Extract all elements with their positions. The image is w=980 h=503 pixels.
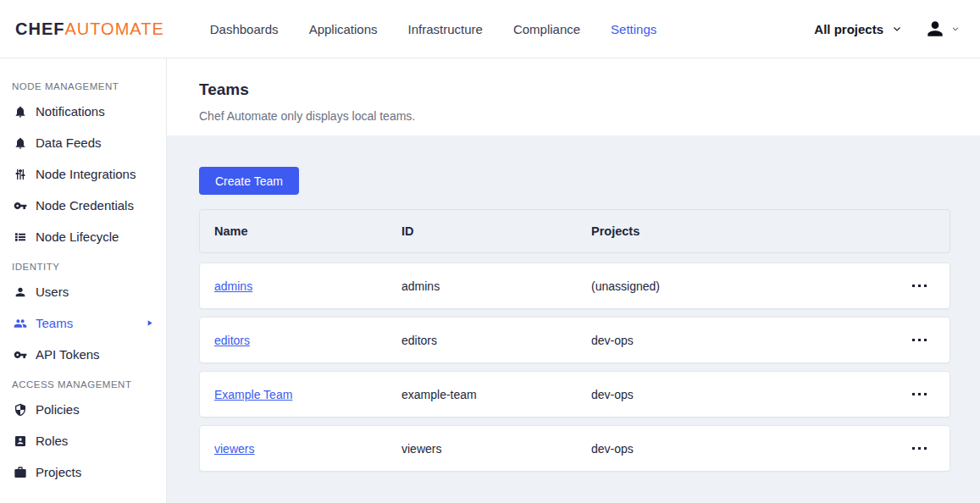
- column-header-id: ID: [401, 224, 591, 238]
- sidebar-item-node-credentials[interactable]: Node Credentials: [0, 190, 166, 221]
- team-projects-cell: dev-ops: [591, 442, 902, 456]
- users-icon: [14, 317, 27, 330]
- teams-table: Name ID Projects admins admins (unassign…: [199, 209, 950, 472]
- team-id-cell: viewers: [401, 442, 591, 456]
- sidebar-item-label: Node Lifecycle: [36, 229, 119, 244]
- sidebar-item-label: API Tokens: [36, 347, 100, 362]
- section-title-identity: IDENTITY: [0, 252, 166, 276]
- badge-icon: [14, 434, 27, 448]
- shield-icon: [14, 403, 27, 417]
- ellipsis-icon: [912, 447, 915, 450]
- nav-compliance[interactable]: Compliance: [513, 22, 580, 36]
- team-name-link[interactable]: editors: [214, 334, 250, 347]
- sidebar-item-label: Teams: [36, 316, 73, 330]
- header-right: All projects: [814, 18, 960, 40]
- key-icon: [14, 348, 27, 362]
- team-projects-cell: dev-ops: [591, 388, 902, 401]
- table-header-row: Name ID Projects: [199, 209, 950, 253]
- sidebar-item-label: Policies: [36, 402, 80, 417]
- ellipsis-icon: [912, 339, 915, 341]
- projects-filter-dropdown[interactable]: All projects: [814, 22, 902, 36]
- sidebar-item-api-tokens[interactable]: API Tokens: [0, 339, 166, 370]
- chevron-down-icon: [951, 25, 960, 33]
- sidebar-item-label: Data Feeds: [36, 135, 102, 150]
- sidebar-item-label: Roles: [36, 434, 68, 448]
- projects-filter-label: All projects: [814, 22, 883, 36]
- sidebar-item-node-integrations[interactable]: Node Integrations: [0, 158, 166, 190]
- section-title-node-management: NODE MANAGEMENT: [0, 72, 166, 96]
- column-header-name: Name: [214, 224, 401, 238]
- sidebar-item-policies[interactable]: Policies: [0, 394, 166, 425]
- nav-settings[interactable]: Settings: [611, 22, 656, 36]
- row-menu-button[interactable]: [902, 436, 936, 462]
- team-name-link[interactable]: admins: [214, 279, 252, 293]
- row-menu-button[interactable]: [902, 274, 936, 299]
- page-header: Teams Chef Automate only displays local …: [167, 58, 980, 135]
- sidebar-item-data-feeds[interactable]: Data Feeds: [0, 127, 166, 158]
- list-icon: [14, 230, 27, 244]
- sliders-icon: [14, 168, 27, 181]
- ellipsis-icon: [912, 393, 915, 395]
- caret-right-icon: [145, 318, 154, 328]
- teams-content: Create Team Name ID Projects admins admi…: [167, 135, 980, 479]
- top-nav-bar: CHEFAUTOMATE Dashboards Applications Inf…: [0, 0, 980, 58]
- team-id-cell: editors: [401, 334, 591, 347]
- page-title: Teams: [199, 80, 980, 99]
- sidebar-item-label: Node Integrations: [36, 167, 136, 181]
- sidebar-item-label: Notifications: [36, 104, 105, 119]
- sidebar-item-node-lifecycle[interactable]: Node Lifecycle: [0, 221, 166, 252]
- team-projects-cell: dev-ops: [591, 334, 902, 347]
- team-name-link[interactable]: Example Team: [214, 388, 292, 401]
- sidebar-item-label: Projects: [36, 465, 81, 479]
- main-nav: Dashboards Applications Infrastructure C…: [210, 22, 657, 36]
- sidebar-item-projects[interactable]: Projects: [0, 456, 166, 488]
- team-id-cell: example-team: [401, 388, 591, 401]
- sidebar-item-roles[interactable]: Roles: [0, 425, 166, 456]
- bell-icon: [14, 105, 27, 119]
- logo-chef-text: CHEF: [15, 19, 64, 38]
- sidebar-item-label: Users: [36, 285, 69, 299]
- table-row: editors editors dev-ops: [199, 317, 950, 363]
- chevron-down-icon: [892, 24, 902, 34]
- create-team-button[interactable]: Create Team: [199, 167, 299, 195]
- team-projects-cell: (unassigned): [591, 279, 902, 293]
- sidebar: NODE MANAGEMENT Notifications Data Feeds…: [0, 58, 167, 503]
- nav-dashboards[interactable]: Dashboards: [210, 22, 279, 36]
- team-name-link[interactable]: viewers: [214, 442, 254, 456]
- nav-applications[interactable]: Applications: [309, 22, 378, 36]
- user-menu[interactable]: [924, 18, 960, 40]
- row-menu-button[interactable]: [902, 382, 936, 407]
- sidebar-section-identity: IDENTITY Users Teams API Tokens: [0, 252, 166, 370]
- sidebar-section-access-management: ACCESS MANAGEMENT Policies Roles Project…: [0, 370, 166, 488]
- main-content: Teams Chef Automate only displays local …: [167, 58, 980, 503]
- page-subtitle: Chef Automate only displays local teams.: [199, 109, 980, 123]
- nav-infrastructure[interactable]: Infrastructure: [408, 22, 483, 36]
- table-row: viewers viewers dev-ops: [199, 425, 950, 472]
- key-icon: [14, 199, 27, 213]
- user-icon: [14, 285, 27, 299]
- sidebar-section-node-management: NODE MANAGEMENT Notifications Data Feeds…: [0, 72, 166, 252]
- bell-icon: [14, 136, 27, 150]
- logo-automate-text: AUTOMATE: [64, 19, 163, 38]
- team-id-cell: admins: [401, 279, 591, 293]
- sidebar-item-notifications[interactable]: Notifications: [0, 96, 166, 127]
- row-menu-button[interactable]: [902, 328, 936, 353]
- table-row: admins admins (unassigned): [199, 263, 950, 309]
- sidebar-item-teams[interactable]: Teams: [0, 307, 166, 339]
- table-row: Example Team example-team dev-ops: [199, 371, 950, 417]
- section-title-access-management: ACCESS MANAGEMENT: [0, 370, 166, 394]
- column-header-projects: Projects: [591, 224, 902, 238]
- sidebar-item-users[interactable]: Users: [0, 276, 166, 307]
- user-avatar-icon: [924, 18, 946, 40]
- briefcase-icon: [14, 466, 27, 479]
- ellipsis-icon: [912, 285, 915, 287]
- chef-automate-logo[interactable]: CHEFAUTOMATE: [15, 19, 164, 39]
- sidebar-item-label: Node Credentials: [36, 198, 134, 213]
